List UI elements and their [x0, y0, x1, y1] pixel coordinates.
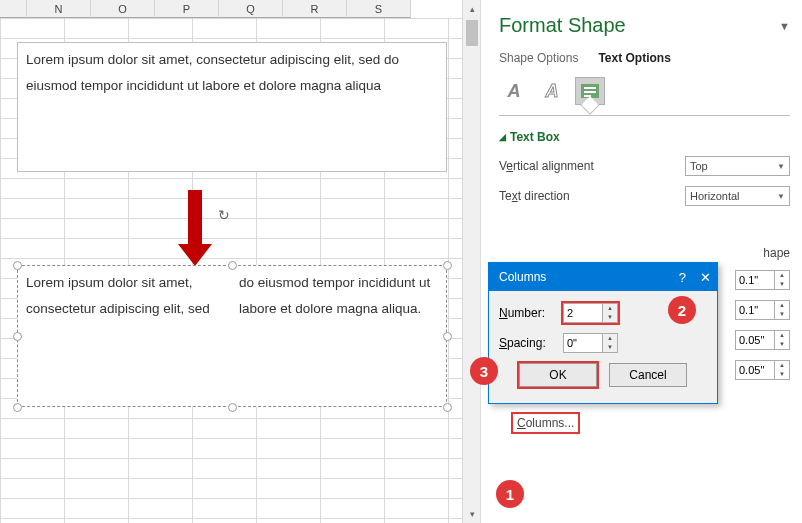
- col-header-m-partial[interactable]: [0, 0, 27, 18]
- textbox-icon[interactable]: [575, 77, 605, 105]
- number-spinner[interactable]: ▲▼: [563, 303, 618, 323]
- section-text-box[interactable]: ◢ Text Box: [499, 130, 790, 144]
- bottom-margin-spinner[interactable]: ▲▼: [735, 360, 790, 380]
- selection-handle[interactable]: [13, 332, 22, 341]
- column-headers: N O P Q R S: [0, 0, 411, 18]
- panel-title: Format Shape: [499, 14, 626, 37]
- scroll-down-icon[interactable]: ▾: [463, 505, 481, 523]
- rotate-handle-icon[interactable]: ↻: [215, 207, 233, 225]
- number-input[interactable]: [564, 304, 602, 322]
- selection-handle[interactable]: [443, 261, 452, 270]
- spreadsheet-grid[interactable]: N O P Q R S Lorem ipsum dolor sit amet, …: [0, 0, 480, 523]
- collapse-triangle-icon[interactable]: ◢: [499, 132, 506, 142]
- col-header-r[interactable]: R: [283, 0, 347, 18]
- text-direction-label: Text direction: [499, 189, 685, 203]
- spacing-spinner[interactable]: ▲▼: [563, 333, 618, 353]
- col-header-q[interactable]: Q: [219, 0, 283, 18]
- shape-top-text: Lorem ipsum dolor sit amet, consectetur …: [26, 52, 399, 93]
- ok-button[interactable]: OK: [519, 363, 597, 387]
- top-margin-spinner[interactable]: ▲▼: [735, 330, 790, 350]
- text-direction-combo[interactable]: Horizontal▼: [685, 186, 790, 206]
- spacing-label: Spacing:: [499, 336, 557, 350]
- panel-menu-caret-icon[interactable]: ▼: [779, 20, 790, 32]
- spacing-input[interactable]: [564, 334, 602, 352]
- dialog-titlebar[interactable]: Columns ? ✕: [489, 263, 717, 291]
- right-margin-input[interactable]: [736, 301, 774, 319]
- shape-bottom-text: Lorem ipsum dolor sit amet, consectetur …: [26, 270, 438, 321]
- col-header-n[interactable]: N: [27, 0, 91, 18]
- col-header-s[interactable]: S: [347, 0, 411, 18]
- col-header-o[interactable]: O: [91, 0, 155, 18]
- text-box-shape-bottom[interactable]: Lorem ipsum dolor sit amet, consectetur …: [17, 265, 447, 407]
- columns-dialog: Columns ? ✕ Number: ▲▼ Spacing: ▲▼ OK Ca…: [488, 262, 718, 404]
- col-header-p[interactable]: P: [155, 0, 219, 18]
- top-margin-input[interactable]: [736, 331, 774, 349]
- right-margin-spinner[interactable]: ▲▼: [735, 300, 790, 320]
- dialog-title: Columns: [499, 270, 546, 284]
- help-icon[interactable]: ?: [679, 270, 686, 285]
- vertical-alignment-label: Vertical alignment: [499, 159, 685, 173]
- selection-handle[interactable]: [13, 403, 22, 412]
- left-margin-spinner[interactable]: ▲▼: [735, 270, 790, 290]
- selection-handle[interactable]: [228, 403, 237, 412]
- selection-handle[interactable]: [443, 403, 452, 412]
- scroll-up-icon[interactable]: ▴: [463, 0, 481, 18]
- callout-2: 2: [668, 296, 696, 324]
- number-label: Number:: [499, 306, 557, 320]
- arrow-down-icon: [188, 190, 202, 248]
- vertical-alignment-combo[interactable]: Top▼: [685, 156, 790, 176]
- text-effects-icon[interactable]: A: [537, 77, 567, 105]
- columns-link[interactable]: Columns...: [513, 414, 578, 432]
- selection-handle[interactable]: [228, 261, 237, 270]
- tab-shape-options[interactable]: Shape Options: [499, 51, 578, 65]
- left-margin-input[interactable]: [736, 271, 774, 289]
- selection-handle[interactable]: [13, 261, 22, 270]
- close-icon[interactable]: ✕: [700, 270, 711, 285]
- tab-text-options[interactable]: Text Options: [598, 51, 670, 65]
- selection-handle[interactable]: [443, 332, 452, 341]
- text-box-shape-top[interactable]: Lorem ipsum dolor sit amet, consectetur …: [17, 42, 447, 172]
- callout-3: 3: [470, 357, 498, 385]
- scroll-thumb[interactable]: [466, 20, 478, 46]
- callout-1: 1: [496, 480, 524, 508]
- cancel-button[interactable]: Cancel: [609, 363, 687, 387]
- text-fill-icon[interactable]: A: [499, 77, 529, 105]
- vertical-scrollbar[interactable]: ▴ ▾: [462, 0, 480, 523]
- bottom-margin-input[interactable]: [736, 361, 774, 379]
- resize-shape-label-partial: hape: [763, 246, 790, 260]
